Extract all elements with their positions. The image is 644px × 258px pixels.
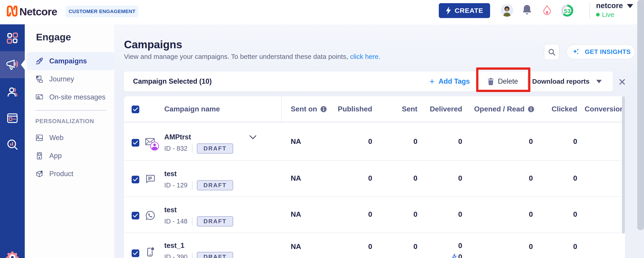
svg-text:53: 53 (564, 8, 571, 15)
